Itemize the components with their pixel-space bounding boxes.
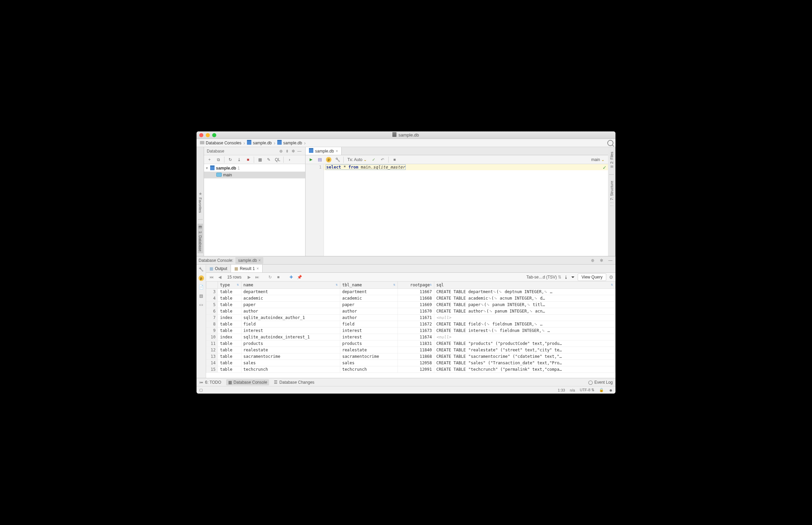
cell-rootpage[interactable]: 11840 [398, 347, 434, 354]
cell-tblname[interactable]: products [340, 341, 398, 347]
output-tab[interactable]: Output [206, 265, 231, 272]
export-format-dropdown[interactable]: Tab-se…d (TSV) ⇅ [526, 275, 561, 280]
rollback-button[interactable] [379, 156, 387, 163]
cell-sql[interactable]: CREATE TABLE "products" ("productCode" t… [434, 341, 616, 347]
cell-rootpage[interactable]: 11669 [398, 302, 434, 308]
lock-icon[interactable]: 🔒 [599, 388, 604, 392]
gear-icon[interactable]: ✻ [290, 148, 296, 154]
cell-type[interactable]: table [218, 289, 241, 295]
split-icon[interactable]: ⇟ [284, 148, 290, 154]
expand-button[interactable]: › [285, 156, 294, 163]
cell-tblname[interactable]: interest [340, 334, 398, 341]
last-page-button[interactable]: ⏭ [254, 274, 261, 281]
cell-tblname[interactable]: techcrunch [340, 366, 398, 373]
table-row[interactable]: 9tableinterestinterest11673CREATE TABLE … [206, 328, 616, 334]
cell-name[interactable]: sacramentocrime [241, 354, 340, 360]
column-header-name[interactable]: name⇅ [241, 282, 340, 289]
ql-console-button[interactable]: QL [274, 156, 282, 163]
result-tab[interactable]: Result 1 × [231, 265, 263, 272]
cell-type[interactable]: table [218, 328, 241, 334]
breadcrumb-item[interactable]: sample.db [276, 139, 303, 146]
event-log-button[interactable]: ◯ Event Log [588, 380, 613, 385]
layout-button[interactable]: ▤ [198, 292, 205, 299]
download-button[interactable]: ⭳ [564, 275, 568, 280]
add-datasource-button[interactable]: ＋ [205, 156, 213, 163]
cell-sql[interactable]: CREATE TABLE "techcrunch" ("permalink" t… [434, 366, 616, 373]
filter-button[interactable]: ⏷ [571, 275, 575, 280]
column-header-rootpage[interactable]: rootpage⇅ [398, 282, 434, 289]
cell-tblname[interactable]: author [340, 315, 398, 321]
cell-type[interactable]: table [218, 295, 241, 302]
result-grid[interactable]: type⇅ name⇅ tbl_name⇅ rootpage⇅ sql⇅ 3ta… [206, 282, 616, 378]
table-row[interactable]: 4tableacademicacademic11668CREATE TABLE … [206, 295, 616, 302]
titlebar[interactable]: sample.db [196, 131, 616, 139]
commit-button[interactable]: ✓ [370, 156, 378, 163]
table-row[interactable]: 6tableauthorauthor11670CREATE TABLE auth… [206, 308, 616, 315]
result-settings-button[interactable] [609, 274, 614, 280]
search-icon[interactable] [607, 140, 614, 146]
gutter-structure[interactable]: 7: Structure [609, 179, 615, 210]
console-session-tab[interactable]: sample.db × [235, 257, 263, 264]
stop-button[interactable]: ■ [244, 156, 252, 163]
encoding-dropdown[interactable]: UTF-8 ⇅ [580, 388, 594, 392]
column-header-sql[interactable]: sql⇅ [434, 282, 616, 289]
cell-name[interactable]: interest [241, 328, 340, 334]
hide-panel-button[interactable]: — [296, 148, 302, 154]
code-area[interactable]: select * from main.sqlite_master [324, 164, 608, 256]
reload-button[interactable]: ↻ [267, 274, 274, 281]
cell-tblname[interactable]: interest [340, 328, 398, 334]
cell-name[interactable]: sqlite_autoindex_author_1 [241, 315, 340, 321]
table-row[interactable]: 7indexsqlite_autoindex_author_1author116… [206, 315, 616, 321]
editor-tab[interactable]: sample.db × [306, 147, 342, 155]
cell-tblname[interactable]: realestate [340, 347, 398, 354]
view-query-button[interactable]: View Query [578, 273, 606, 281]
attach-session-button[interactable]: p [325, 156, 333, 163]
ide-avatar-icon[interactable]: ☻ [609, 388, 613, 392]
cell-type[interactable]: table [218, 308, 241, 315]
row-number-header[interactable] [206, 282, 218, 289]
column-header-tblname[interactable]: tbl_name⇅ [340, 282, 398, 289]
prev-page-button[interactable]: ◀ [216, 274, 223, 281]
cell-sql[interactable]: CREATE TABLE field␍(␍ fieldnum INTEGER,␍… [434, 321, 616, 328]
cell-sql[interactable]: <null> [434, 334, 616, 341]
sql-editor[interactable]: 1 select * from main.sqlite_master ✓ [306, 164, 608, 256]
cell-rootpage[interactable]: 11671 [398, 315, 434, 321]
cell-name[interactable]: author [241, 308, 340, 315]
table-row[interactable]: 11tableproductsproducts11831CREATE TABLE… [206, 341, 616, 347]
zoom-window-button[interactable] [212, 133, 216, 137]
cell-type[interactable]: table [218, 360, 241, 366]
first-page-button[interactable]: ⏮ [208, 274, 215, 281]
table-row[interactable]: 14tablesalessales12058CREATE TABLE "sale… [206, 360, 616, 366]
cell-tblname[interactable]: author [340, 308, 398, 315]
db-changes-button[interactable]: ☰ Database Changes [274, 380, 314, 385]
toggle-toolbars-button[interactable]: ▢ [199, 388, 203, 392]
close-window-button[interactable] [199, 133, 203, 137]
cell-sql[interactable]: <null> [434, 315, 616, 321]
cell-name[interactable]: sales [241, 360, 340, 366]
cell-rootpage[interactable]: 11674 [398, 334, 434, 341]
edit-button[interactable]: ✎ [265, 156, 273, 163]
table-row[interactable]: 13tablesacramentocrimesacramentocrime118… [206, 354, 616, 360]
cell-rootpage[interactable]: 11670 [398, 308, 434, 315]
cell-name[interactable]: techcrunch [241, 366, 340, 373]
pin-button[interactable]: 📌 [296, 274, 303, 281]
cell-name[interactable]: department [241, 289, 340, 295]
db-console-button[interactable]: ▦ Database Console [226, 379, 269, 386]
cell-tblname[interactable]: paper [340, 302, 398, 308]
sync-button[interactable]: ⤓ [235, 156, 243, 163]
cell-tblname[interactable]: sacramentocrime [340, 354, 398, 360]
cell-sql[interactable]: CREATE TABLE paper␍(␍ panum INTEGER,␍ ti… [434, 302, 616, 308]
cell-name[interactable]: academic [241, 295, 340, 302]
table-row[interactable]: 10indexsqlite_autoindex_interest_1intere… [206, 334, 616, 341]
cell-sql[interactable]: CREATE TABLE "realestate" ("street" text… [434, 347, 616, 354]
table-row[interactable]: 15tabletechcrunchtechcrunch12091CREATE T… [206, 366, 616, 373]
table-row[interactable]: 5tablepaperpaper11669CREATE TABLE paper␍… [206, 302, 616, 308]
cell-name[interactable]: products [241, 341, 340, 347]
cell-type[interactable]: index [218, 334, 241, 341]
cell-name[interactable]: realestate [241, 347, 340, 354]
cell-rootpage[interactable]: 12091 [398, 366, 434, 373]
session-p-button[interactable]: p [198, 275, 205, 282]
cell-rootpage[interactable]: 11831 [398, 341, 434, 347]
cell-rootpage[interactable]: 11668 [398, 295, 434, 302]
execute-button[interactable] [307, 156, 315, 163]
